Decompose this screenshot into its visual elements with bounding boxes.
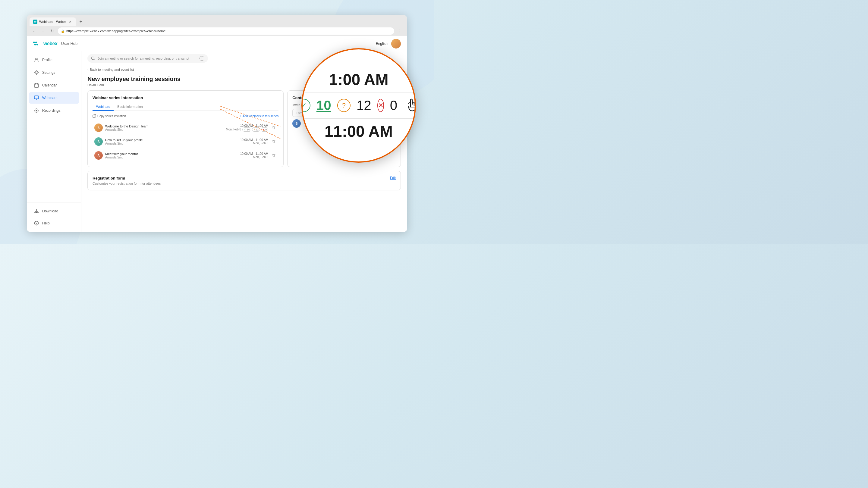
sidebar-item-profile[interactable]: Profile [29,54,79,66]
sidebar-settings-label: Settings [42,70,55,75]
webinar-1-time: 10:00 AM - 11:00 AM [226,124,268,127]
address-bar[interactable]: 🔒 https://example.webex.com/webappng/sit… [58,27,394,35]
check-icon: ✓ [244,128,246,131]
webinar-1-host: Amanda Sinu [105,128,223,131]
magnify-accepted-count: 10 [316,98,331,113]
calendar-icon [34,83,39,88]
logo-wordmark: webex [43,41,57,46]
magnify-x-circle: ✕ [377,99,384,112]
add-webinar-button[interactable]: + Add webinars to this series [239,114,279,118]
webinar-2-time-info: 10:00 AM - 11:00 AM Mon, Feb 8 [240,138,268,145]
sidebar-recordings-label: Recordings [42,108,61,113]
pending-count: 12 [255,128,258,131]
lock-icon: 🔒 [61,30,64,33]
webinar-1-info: Welcome to the Design Team Amanda Sinu [105,124,223,131]
webex-logo-icon [33,41,41,47]
copy-btn-label: Copy series invitation [97,115,126,118]
page-title-group: New employee training sessions David Lia… [87,76,181,87]
breadcrumb-back-button[interactable]: ‹ Back to meeting and event list [87,68,134,71]
attendee-badges: ✓ 10 ? 12 ✕ [242,127,268,132]
sidebar-help-label: Help [42,221,50,225]
registration-edit-link[interactable]: Edit [390,176,396,180]
language-selector[interactable]: English [376,41,388,46]
sidebar-item-recordings[interactable]: Recordings [29,105,79,116]
address-bar-row: ← → ↻ 🔒 https://example.webex.com/webapp… [27,26,407,36]
user-avatar[interactable] [391,39,401,48]
webinar-3-time: 10:00 AM - 11:00 AM [240,152,268,156]
settings-icon [34,70,39,75]
webinar-1-delete-button[interactable] [271,125,277,131]
page-title: New employee training sessions [87,76,181,83]
avatar-image [391,39,401,48]
search-input-wrapper[interactable]: Join a meeting or search for a meeting, … [87,54,208,63]
webinar-2-name: How to set up your profile [105,138,238,142]
declined-badge: ✕ 0 [261,127,268,132]
recordings-icon [34,108,39,113]
pending-badge: ? 12 [252,127,260,132]
accepted-badge: ✓ 10 [242,127,251,132]
new-tab-button[interactable]: + [77,18,84,25]
x-icon: ✕ [262,128,265,131]
webinar-2-time: 10:00 AM - 11:00 AM [240,138,268,141]
tab-basic-info[interactable]: Basic information [114,103,146,111]
sidebar-item-calendar[interactable]: Calendar [29,79,79,91]
tab-bar: W Webinars - Webex ✕ + [27,15,407,26]
sidebar: Profile Settings [27,51,82,232]
webex-logo: webex [33,41,57,47]
webinar-3-avatar: A [94,151,103,160]
tab-webinars[interactable]: Webinars [93,103,114,111]
copy-invitation-button[interactable]: Copy series invitation [93,114,126,118]
webinar-3-date: Mon, Feb 8 [240,156,268,159]
webinar-1-date: Mon, Feb 8 ✓ 10 ? [226,127,268,132]
webinar-2-delete-button[interactable] [271,138,277,144]
webinar-3-delete-button[interactable] [271,153,277,158]
url-text: https://example.webex.com/webappng/sites… [66,29,166,33]
header-right: English [376,39,401,48]
registration-description: Customize your registration form for att… [93,182,161,185]
sidebar-item-webinars[interactable]: Webinars [29,92,79,104]
webinar-card-title: Webinar series information [93,96,278,100]
magnify-time-bottom: 11:00 AM [324,122,393,148]
forward-button[interactable]: → [40,28,46,34]
card-actions: Copy series invitation + Add webinars to… [93,114,278,118]
magnify-declined-count: 0 [390,98,397,113]
sidebar-bottom: Download Help [27,202,81,230]
registration-card: Registration form Customize your registr… [87,171,401,190]
reload-button[interactable]: ↻ [49,28,56,34]
contributor-avatar-1: B [292,119,301,128]
svg-rect-13 [93,115,95,118]
webinars-icon [34,95,39,101]
download-icon [34,208,39,214]
question-icon: ? [253,128,255,131]
svg-rect-2 [34,44,36,45]
webinar-3-time-info: 10:00 AM - 11:00 AM Mon, Feb 8 [240,152,268,159]
breadcrumb-text: Back to meeting and event list [90,68,134,71]
webinar-list: A Welcome to the Design Team Amanda Sinu… [93,121,278,162]
sidebar-item-help[interactable]: Help [29,218,79,229]
sidebar-download-label: Download [42,209,58,213]
list-item[interactable]: A How to set up your profile Amanda Sinu… [93,135,278,148]
svg-rect-6 [34,84,38,87]
svg-rect-0 [33,41,35,43]
active-tab[interactable]: W Webinars - Webex ✕ [30,18,76,26]
back-button[interactable]: ← [31,28,37,34]
sidebar-item-settings[interactable]: Settings [29,67,79,78]
list-item[interactable]: A Welcome to the Design Team Amanda Sinu… [93,121,278,134]
accepted-count: 10 [247,128,250,131]
browser-chrome: W Webinars - Webex ✕ + ← → ↻ 🔒 https://e… [27,15,407,36]
tab-favicon: W [33,20,37,24]
webinar-3-host: Amanda Sinu [105,156,238,159]
sidebar-item-download[interactable]: Download [29,205,79,217]
registration-info: Registration form Customize your registr… [93,176,161,185]
svg-rect-7 [34,96,38,99]
webinar-info-card: Webinar series information Webinars Basi… [87,90,284,167]
magnify-question-circle: ? [337,99,350,112]
webinar-3-info: Meet with your mentor Amanda Sinu [105,152,238,159]
webinar-3-name: Meet with your mentor [105,152,238,156]
search-info-icon[interactable]: i [199,56,204,61]
svg-point-9 [36,110,37,111]
list-item[interactable]: A Meet with your mentor Amanda Sinu 10:0… [93,149,278,162]
profile-icon [34,57,39,63]
tab-close-button[interactable]: ✕ [68,20,72,24]
more-options-button[interactable]: ⋮ [397,28,403,34]
